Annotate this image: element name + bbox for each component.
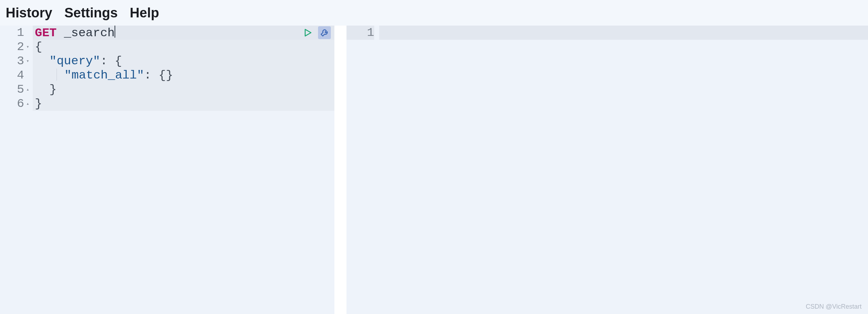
gutter-row: 4 bbox=[0, 68, 31, 82]
gutter-row: 3 ▾ bbox=[0, 54, 31, 68]
watermark: CSDN @VicRestart bbox=[806, 303, 862, 310]
code-line: } bbox=[33, 97, 334, 111]
json-key: "query" bbox=[49, 54, 100, 68]
brace: } bbox=[49, 83, 57, 96]
request-pane: 1 2 ▾ 3 ▾ 4 5 bbox=[0, 26, 334, 314]
response-gutter: 1 bbox=[346, 26, 379, 314]
code-line bbox=[379, 26, 868, 40]
gutter-row: 1 bbox=[0, 26, 31, 40]
fold-toggle[interactable]: ▴ bbox=[25, 82, 31, 97]
indent bbox=[35, 54, 49, 68]
punct: : {} bbox=[144, 69, 173, 82]
menubar: History Settings Help bbox=[0, 0, 868, 26]
code-line: "query": { bbox=[33, 54, 334, 68]
fold-toggle[interactable]: ▴ bbox=[25, 97, 31, 111]
gutter-row: 2 ▾ bbox=[0, 40, 31, 54]
code-line: } bbox=[33, 82, 334, 97]
punct: : { bbox=[100, 54, 122, 68]
fold-toggle[interactable]: ▾ bbox=[25, 40, 31, 54]
pane-divider[interactable] bbox=[334, 26, 346, 314]
brace: } bbox=[35, 97, 42, 110]
line-number: 5 bbox=[16, 82, 24, 97]
code-line: "match_all": {} bbox=[33, 68, 334, 82]
json-key: "match_all" bbox=[64, 69, 144, 82]
play-icon bbox=[303, 28, 313, 38]
request-editor[interactable]: GET _search { "query": { "match_all": {}… bbox=[33, 26, 334, 314]
console-panes: 1 2 ▾ 3 ▾ 4 5 bbox=[0, 26, 868, 314]
run-button[interactable] bbox=[302, 26, 314, 39]
line-actions bbox=[302, 26, 331, 39]
code-line: GET _search bbox=[33, 26, 334, 40]
brace: { bbox=[35, 40, 42, 54]
cursor bbox=[115, 26, 115, 38]
wrench-icon bbox=[319, 28, 329, 38]
menu-settings[interactable]: Settings bbox=[64, 5, 118, 21]
gutter-row: 5 ▴ bbox=[0, 82, 31, 97]
request-gutter: 1 2 ▾ 3 ▾ 4 5 bbox=[0, 26, 33, 314]
response-pane: 1 bbox=[346, 26, 868, 314]
indent bbox=[35, 83, 49, 96]
line-number: 1 bbox=[16, 26, 24, 40]
line-number: 4 bbox=[16, 68, 24, 82]
line-number: 1 bbox=[366, 26, 374, 40]
code-line: { bbox=[33, 40, 334, 54]
menu-history[interactable]: History bbox=[6, 5, 52, 21]
line-number: 3 bbox=[16, 54, 24, 68]
http-method: GET bbox=[35, 26, 57, 40]
wrench-button[interactable] bbox=[318, 26, 331, 39]
fold-toggle[interactable]: ▾ bbox=[25, 54, 31, 68]
indent-guide bbox=[57, 69, 57, 81]
request-path: _search bbox=[64, 26, 115, 40]
gutter-row: 6 ▴ bbox=[0, 97, 31, 111]
response-editor[interactable] bbox=[379, 26, 868, 314]
gutter-row: 1 bbox=[346, 26, 374, 40]
line-number: 2 bbox=[16, 40, 24, 54]
line-number: 6 bbox=[16, 97, 24, 111]
menu-help[interactable]: Help bbox=[130, 5, 159, 21]
